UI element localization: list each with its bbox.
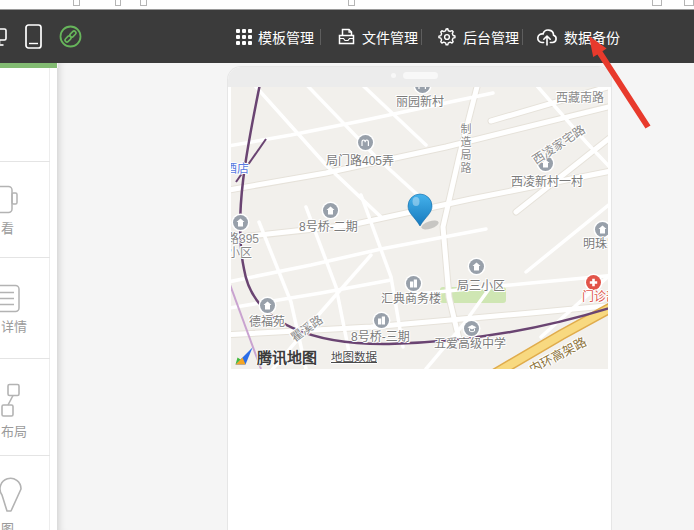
link-icon[interactable] [59, 10, 82, 63]
cloud-upload-icon [536, 27, 558, 46]
map-label: 酒店 [231, 159, 249, 176]
sidebar-divider [0, 257, 50, 258]
strip-fragment [684, 0, 694, 6]
map-label: 局三小区 [457, 276, 505, 293]
map-pin-icon [0, 477, 28, 515]
map-attribution: 腾讯地图 地图数据 [233, 344, 377, 368]
map-label: 明珠家 [583, 234, 608, 251]
browser-edge-strip [0, 0, 694, 10]
top-toolbar: 模板管理 文件管理 后台管理 数据备份 [0, 10, 694, 63]
map-label: 8号桥-二期 [299, 217, 358, 234]
phone-camera-dot [391, 73, 396, 78]
phone-top-bezel [228, 67, 611, 87]
toolbar-divider [421, 29, 422, 45]
menu-label: 数据备份 [564, 27, 620, 47]
desktop-icon[interactable] [0, 10, 7, 63]
map-road-label: 西藏南路 [556, 88, 604, 105]
map-label: 丽园新村 [396, 92, 444, 109]
map-label: 局门路405弄 [326, 151, 394, 168]
tencent-maps-logo-text[interactable]: 腾讯地图 [257, 346, 317, 367]
toolbar-divider [522, 29, 523, 45]
left-sidebar: 看 详情 布局 图 [0, 68, 58, 530]
map-label: 德福苑 [249, 312, 285, 329]
grid-icon [236, 29, 252, 45]
map-label: 西凌新村一村 [511, 172, 583, 189]
map-label: 五爱高级中学 [434, 334, 506, 351]
sidebar-divider [0, 358, 50, 359]
metro-station-icon [358, 135, 373, 150]
map-label: 汇典商务楼 [381, 289, 441, 306]
strip-fragment [73, 0, 80, 6]
map-label: 门诊部 [582, 287, 608, 304]
layout-icon [0, 383, 30, 419]
phone-icon[interactable] [25, 10, 42, 63]
map-label: 8号桥-三期 [351, 327, 410, 344]
phone-mockup: 丽园新村 西藏南路 局门路405弄 制造局路 西凌家宅路 西凌新村一村 酒店 8… [227, 66, 612, 530]
menu-template-manage[interactable]: 模板管理 [236, 10, 314, 63]
residential-poi-icon [323, 203, 338, 218]
sidebar-item-label: 布局 [1, 421, 27, 440]
map-marker-pin[interactable] [401, 185, 441, 231]
toolbar-divider [320, 29, 321, 45]
menu-backend-manage[interactable]: 后台管理 [437, 10, 519, 63]
document-icon [0, 284, 24, 314]
phone-speaker [403, 72, 438, 79]
strip-fragment [652, 0, 662, 6]
device-preview-icon [0, 185, 26, 215]
sidebar-item-label: 看 [1, 218, 14, 237]
map-data-link[interactable]: 地图数据 [331, 348, 377, 364]
menu-label: 文件管理 [362, 27, 418, 47]
residential-poi-icon [469, 259, 484, 274]
menu-label: 后台管理 [463, 27, 519, 47]
strip-fragment [348, 0, 355, 6]
sidebar-divider [0, 455, 50, 456]
residential-poi-icon [233, 215, 248, 230]
tencent-maps-logo-icon[interactable] [233, 345, 255, 367]
sidebar-divider [0, 161, 50, 162]
residential-poi-icon [260, 298, 275, 313]
map-road-label: 制造局路 [457, 123, 473, 175]
content-area: 丽园新村 西藏南路 局门路405弄 制造局路 西凌家宅路 西凌新村一村 酒店 8… [58, 63, 694, 530]
file-icon [337, 27, 356, 46]
app-root: { "toolbar": { "menu_items": [ {"label":… [0, 0, 694, 530]
map-label: 小区 [231, 243, 252, 260]
menu-file-manage[interactable]: 文件管理 [337, 10, 418, 63]
gear-icon [437, 27, 457, 47]
menu-label: 模板管理 [258, 27, 314, 47]
strip-fragment [115, 0, 121, 6]
map-canvas[interactable]: 丽园新村 西藏南路 局门路405弄 制造局路 西凌家宅路 西凌新村一村 酒店 8… [231, 87, 608, 369]
building-poi-icon [374, 313, 389, 328]
sidebar-item-label: 详情 [1, 316, 27, 335]
menu-data-backup[interactable]: 数据备份 [536, 10, 620, 63]
sidebar-item-label: 图 [1, 518, 14, 530]
sidebar-gutter-line [49, 68, 50, 530]
strip-fragment [140, 0, 147, 6]
